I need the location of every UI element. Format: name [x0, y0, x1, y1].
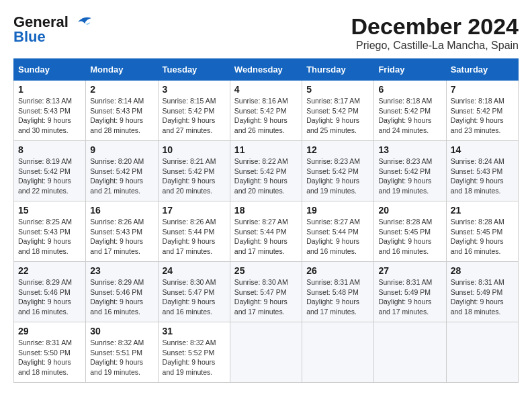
- day-number: 21: [451, 205, 514, 216]
- day-info: Sunrise: 8:29 AMSunset: 5:46 PMDaylight:…: [18, 277, 81, 317]
- day-info: Sunrise: 8:28 AMSunset: 5:45 PMDaylight:…: [451, 217, 514, 257]
- calendar-cell: [446, 322, 518, 383]
- calendar-week-row: 8 Sunrise: 8:19 AMSunset: 5:42 PMDayligh…: [14, 141, 519, 201]
- day-info: Sunrise: 8:31 AMSunset: 5:49 PMDaylight:…: [451, 277, 514, 317]
- day-number: 7: [451, 84, 514, 95]
- header-wednesday: Wednesday: [230, 59, 302, 81]
- day-info: Sunrise: 8:31 AMSunset: 5:50 PMDaylight:…: [18, 338, 81, 377]
- header-friday: Friday: [374, 59, 446, 81]
- day-info: Sunrise: 8:16 AMSunset: 5:42 PMDaylight:…: [234, 96, 298, 136]
- calendar-cell: 30 Sunrise: 8:32 AMSunset: 5:51 PMDaylig…: [86, 322, 158, 383]
- day-info: Sunrise: 8:31 AMSunset: 5:48 PMDaylight:…: [306, 277, 369, 317]
- day-number: 13: [378, 144, 441, 155]
- day-info: Sunrise: 8:32 AMSunset: 5:51 PMDaylight:…: [90, 338, 153, 377]
- calendar-cell: 12 Sunrise: 8:23 AMSunset: 5:42 PMDaylig…: [302, 141, 374, 201]
- day-number: 9: [90, 144, 153, 155]
- calendar-cell: 3 Sunrise: 8:15 AMSunset: 5:42 PMDayligh…: [158, 81, 230, 141]
- day-info: Sunrise: 8:21 AMSunset: 5:42 PMDaylight:…: [163, 156, 226, 196]
- day-number: 25: [234, 265, 298, 276]
- day-number: 24: [163, 265, 226, 276]
- day-number: 19: [306, 205, 369, 216]
- day-number: 18: [234, 205, 298, 216]
- calendar-cell: 25 Sunrise: 8:30 AMSunset: 5:47 PMDaylig…: [230, 262, 302, 322]
- day-info: Sunrise: 8:17 AMSunset: 5:42 PMDaylight:…: [306, 96, 369, 136]
- day-info: Sunrise: 8:30 AMSunset: 5:47 PMDaylight:…: [163, 277, 226, 317]
- calendar-table: Sunday Monday Tuesday Wednesday Thursday…: [13, 58, 519, 383]
- calendar-cell: 23 Sunrise: 8:29 AMSunset: 5:46 PMDaylig…: [86, 262, 158, 322]
- day-number: 17: [163, 205, 226, 216]
- day-info: Sunrise: 8:26 AMSunset: 5:44 PMDaylight:…: [163, 217, 226, 257]
- day-info: Sunrise: 8:29 AMSunset: 5:46 PMDaylight:…: [90, 277, 153, 317]
- calendar-cell: 24 Sunrise: 8:30 AMSunset: 5:47 PMDaylig…: [158, 262, 230, 322]
- day-number: 15: [18, 205, 81, 216]
- calendar-cell: 15 Sunrise: 8:25 AMSunset: 5:43 PMDaylig…: [14, 201, 86, 262]
- calendar-cell: 8 Sunrise: 8:19 AMSunset: 5:42 PMDayligh…: [14, 141, 86, 201]
- header-saturday: Saturday: [446, 59, 518, 81]
- calendar-week-row: 15 Sunrise: 8:25 AMSunset: 5:43 PMDaylig…: [14, 201, 519, 262]
- day-number: 4: [234, 84, 298, 95]
- day-number: 6: [378, 84, 441, 95]
- header-tuesday: Tuesday: [158, 59, 230, 81]
- day-info: Sunrise: 8:25 AMSunset: 5:43 PMDaylight:…: [18, 217, 81, 257]
- day-number: 12: [306, 144, 369, 155]
- header-thursday: Thursday: [302, 59, 374, 81]
- day-number: 27: [378, 265, 441, 276]
- day-info: Sunrise: 8:27 AMSunset: 5:44 PMDaylight:…: [306, 217, 369, 257]
- day-number: 29: [18, 326, 81, 336]
- calendar-cell: 29 Sunrise: 8:31 AMSunset: 5:50 PMDaylig…: [14, 322, 86, 383]
- day-info: Sunrise: 8:20 AMSunset: 5:42 PMDaylight:…: [90, 156, 153, 196]
- day-info: Sunrise: 8:32 AMSunset: 5:52 PMDaylight:…: [163, 338, 226, 377]
- header: General Blue December 2024 Priego, Casti…: [13, 13, 519, 52]
- calendar-cell: [230, 322, 302, 383]
- day-number: 22: [18, 265, 81, 276]
- calendar-cell: 22 Sunrise: 8:29 AMSunset: 5:46 PMDaylig…: [14, 262, 86, 322]
- calendar-cell: 26 Sunrise: 8:31 AMSunset: 5:48 PMDaylig…: [302, 262, 374, 322]
- day-number: 26: [306, 265, 369, 276]
- day-info: Sunrise: 8:18 AMSunset: 5:42 PMDaylight:…: [451, 96, 514, 136]
- calendar-cell: 17 Sunrise: 8:26 AMSunset: 5:44 PMDaylig…: [158, 201, 230, 262]
- calendar-cell: 11 Sunrise: 8:22 AMSunset: 5:42 PMDaylig…: [230, 141, 302, 201]
- day-number: 8: [18, 144, 81, 155]
- header-sunday: Sunday: [14, 59, 86, 81]
- day-info: Sunrise: 8:18 AMSunset: 5:42 PMDaylight:…: [378, 96, 441, 136]
- day-number: 28: [451, 265, 514, 276]
- calendar-cell: 21 Sunrise: 8:28 AMSunset: 5:45 PMDaylig…: [446, 201, 518, 262]
- calendar-cell: 7 Sunrise: 8:18 AMSunset: 5:42 PMDayligh…: [446, 81, 518, 141]
- day-number: 2: [90, 84, 153, 95]
- day-number: 11: [234, 144, 298, 155]
- header-monday: Monday: [86, 59, 158, 81]
- calendar-cell: 31 Sunrise: 8:32 AMSunset: 5:52 PMDaylig…: [158, 322, 230, 383]
- day-number: 30: [90, 326, 153, 336]
- month-title: December 2024: [351, 13, 519, 40]
- calendar-cell: 27 Sunrise: 8:31 AMSunset: 5:49 PMDaylig…: [374, 262, 446, 322]
- location-title: Priego, Castille-La Mancha, Spain: [351, 40, 519, 52]
- day-info: Sunrise: 8:22 AMSunset: 5:42 PMDaylight:…: [234, 156, 298, 196]
- day-info: Sunrise: 8:24 AMSunset: 5:43 PMDaylight:…: [451, 156, 514, 196]
- logo-blue-text: Blue: [13, 28, 46, 46]
- calendar-cell: 16 Sunrise: 8:26 AMSunset: 5:43 PMDaylig…: [86, 201, 158, 262]
- weekday-header-row: Sunday Monday Tuesday Wednesday Thursday…: [14, 59, 519, 81]
- day-number: 23: [90, 265, 153, 276]
- day-info: Sunrise: 8:13 AMSunset: 5:43 PMDaylight:…: [18, 96, 81, 136]
- day-info: Sunrise: 8:23 AMSunset: 5:42 PMDaylight:…: [378, 156, 441, 196]
- day-info: Sunrise: 8:23 AMSunset: 5:42 PMDaylight:…: [306, 156, 369, 196]
- logo: General Blue: [13, 13, 93, 46]
- day-number: 31: [163, 326, 226, 336]
- calendar-cell: [302, 322, 374, 383]
- day-number: 5: [306, 84, 369, 95]
- calendar-cell: 1 Sunrise: 8:13 AMSunset: 5:43 PMDayligh…: [14, 81, 86, 141]
- day-info: Sunrise: 8:27 AMSunset: 5:44 PMDaylight:…: [234, 217, 298, 257]
- day-number: 1: [18, 84, 81, 95]
- calendar-week-row: 1 Sunrise: 8:13 AMSunset: 5:43 PMDayligh…: [14, 81, 519, 141]
- calendar-week-row: 29 Sunrise: 8:31 AMSunset: 5:50 PMDaylig…: [14, 322, 519, 383]
- logo-bird-icon: [71, 14, 93, 30]
- day-info: Sunrise: 8:26 AMSunset: 5:43 PMDaylight:…: [90, 217, 153, 257]
- day-info: Sunrise: 8:15 AMSunset: 5:42 PMDaylight:…: [163, 96, 226, 136]
- calendar-cell: 4 Sunrise: 8:16 AMSunset: 5:42 PMDayligh…: [230, 81, 302, 141]
- day-number: 10: [163, 144, 226, 155]
- calendar-cell: 10 Sunrise: 8:21 AMSunset: 5:42 PMDaylig…: [158, 141, 230, 201]
- calendar-cell: 19 Sunrise: 8:27 AMSunset: 5:44 PMDaylig…: [302, 201, 374, 262]
- day-info: Sunrise: 8:14 AMSunset: 5:43 PMDaylight:…: [90, 96, 153, 136]
- calendar-cell: 14 Sunrise: 8:24 AMSunset: 5:43 PMDaylig…: [446, 141, 518, 201]
- calendar-cell: 2 Sunrise: 8:14 AMSunset: 5:43 PMDayligh…: [86, 81, 158, 141]
